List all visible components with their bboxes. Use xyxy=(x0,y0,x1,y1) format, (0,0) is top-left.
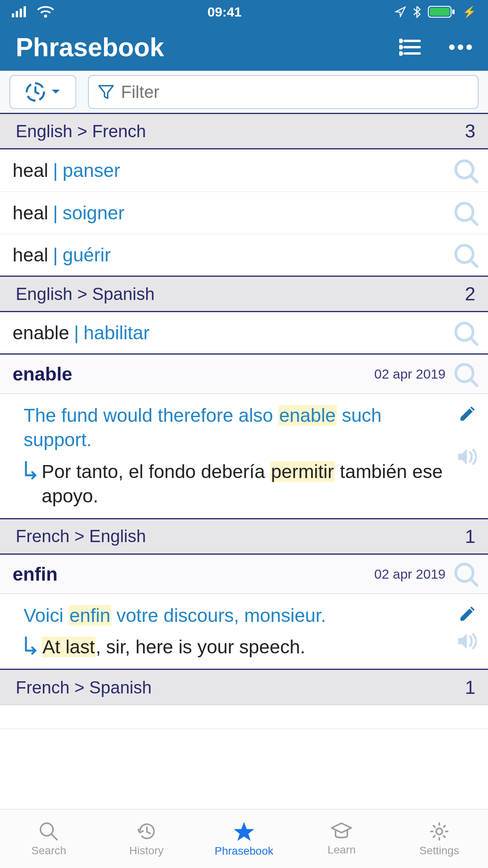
entry-source: enable xyxy=(13,322,69,344)
arrow-icon xyxy=(24,461,38,482)
tab-learn[interactable]: Learn xyxy=(293,809,390,868)
arrow-icon xyxy=(24,636,38,657)
svg-point-12 xyxy=(400,46,402,48)
example-block: The fund would therefore also enable suc… xyxy=(0,394,488,519)
expanded-date: 02 apr 2019 xyxy=(374,566,446,582)
tab-label: Settings xyxy=(419,844,459,857)
search-icon xyxy=(38,821,59,842)
search-icon[interactable] xyxy=(453,158,479,184)
bluetooth-icon xyxy=(413,6,421,18)
tab-phrasebook[interactable]: Phrasebook xyxy=(195,809,293,868)
sort-button[interactable] xyxy=(9,75,76,109)
svg-line-31 xyxy=(51,834,57,840)
svg-rect-7 xyxy=(452,9,455,14)
entry-row[interactable]: heal | soigner xyxy=(0,192,488,234)
filter-bar xyxy=(0,71,488,114)
svg-rect-3 xyxy=(24,6,26,17)
status-left xyxy=(12,6,54,18)
filter-input[interactable] xyxy=(121,82,468,102)
filter-input-wrap[interactable] xyxy=(88,75,479,109)
page-title: Phrasebook xyxy=(16,32,399,62)
svg-line-19 xyxy=(471,176,477,182)
entry-target: soigner xyxy=(62,202,124,224)
entry-target: guérir xyxy=(62,244,111,266)
entry-row[interactable]: enable | habilitar xyxy=(0,312,488,355)
example-target: At last, sir, here is your speech. xyxy=(42,635,305,659)
svg-point-4 xyxy=(44,15,47,18)
example-source: The fund would therefore also enable suc… xyxy=(24,403,447,452)
section-title: English > French xyxy=(16,121,146,141)
svg-line-39 xyxy=(443,825,446,828)
expanded-date: 02 apr 2019 xyxy=(374,366,446,382)
entry-target: panser xyxy=(62,160,120,181)
svg-line-38 xyxy=(443,835,446,838)
speaker-icon[interactable] xyxy=(457,632,479,651)
edit-icon[interactable] xyxy=(457,403,478,424)
section-header[interactable]: English > French 3 xyxy=(0,114,488,149)
section-count: 3 xyxy=(465,120,475,142)
search-icon[interactable] xyxy=(453,361,479,387)
entry-separator: | xyxy=(53,202,58,224)
star-icon xyxy=(233,820,255,842)
search-icon[interactable] xyxy=(453,200,479,226)
example-block: Voici enfin votre discours, monsieur. At… xyxy=(0,594,488,670)
chevron-down-icon xyxy=(51,89,61,95)
search-icon[interactable] xyxy=(453,561,479,587)
svg-line-37 xyxy=(433,825,435,828)
expanded-entry-header[interactable]: enfin 02 apr 2019 xyxy=(0,555,488,594)
entry-row[interactable]: heal | panser xyxy=(0,149,488,192)
svg-point-11 xyxy=(400,40,402,42)
entry-row[interactable]: heal | guérir xyxy=(0,234,488,277)
section-header[interactable]: French > Spanish 1 xyxy=(0,670,488,705)
learn-icon xyxy=(330,822,353,841)
tab-label: Search xyxy=(31,844,66,857)
section-title: French > English xyxy=(16,526,146,546)
list-view-icon[interactable] xyxy=(399,39,421,56)
section-title: English > Spanish xyxy=(16,284,154,304)
expanded-word: enfin xyxy=(13,563,374,585)
filter-icon xyxy=(98,84,114,100)
tab-label: Phrasebook xyxy=(215,845,273,857)
wifi-icon xyxy=(37,6,54,18)
section-count: 1 xyxy=(465,677,475,698)
tab-label: History xyxy=(129,844,163,857)
entry-source: heal xyxy=(13,202,48,224)
section-title: French > Spanish xyxy=(16,678,152,697)
section-header[interactable]: English > Spanish 2 xyxy=(0,277,488,312)
nav-bar: Phrasebook xyxy=(0,24,488,71)
charging-icon: ⚡ xyxy=(462,6,476,18)
tab-bar: Search History Phrasebook Learn Settings xyxy=(0,809,488,868)
status-bar: 09:41 ⚡ xyxy=(0,0,488,24)
svg-point-16 xyxy=(466,44,472,50)
tab-settings[interactable]: Settings xyxy=(391,809,488,868)
search-icon[interactable] xyxy=(453,242,479,268)
svg-rect-1 xyxy=(16,11,18,17)
section-header[interactable]: French > English 1 xyxy=(0,519,488,555)
status-right: ⚡ xyxy=(395,6,476,18)
tab-history[interactable]: History xyxy=(97,809,195,868)
svg-point-14 xyxy=(449,44,455,50)
svg-line-40 xyxy=(433,835,435,838)
edit-icon[interactable] xyxy=(457,603,478,624)
svg-point-15 xyxy=(458,44,463,50)
history-icon xyxy=(136,821,157,842)
tab-search[interactable]: Search xyxy=(0,809,97,868)
expanded-word: enable xyxy=(13,363,374,385)
svg-line-29 xyxy=(471,579,477,585)
entry-separator: | xyxy=(74,322,79,344)
speaker-icon[interactable] xyxy=(457,447,479,466)
svg-rect-2 xyxy=(20,9,22,17)
entry-separator: | xyxy=(53,244,58,266)
more-icon[interactable] xyxy=(449,44,472,50)
status-time: 09:41 xyxy=(207,4,242,20)
signal-icon xyxy=(12,6,30,17)
svg-point-32 xyxy=(436,828,442,835)
gear-icon xyxy=(429,821,450,842)
svg-line-21 xyxy=(471,218,477,224)
example-source: Voici enfin votre discours, monsieur. xyxy=(24,603,447,628)
search-icon[interactable] xyxy=(453,320,479,346)
section-count: 1 xyxy=(465,526,475,547)
svg-rect-0 xyxy=(12,13,14,17)
clock-icon xyxy=(25,82,46,102)
expanded-entry-header[interactable]: enable 02 apr 2019 xyxy=(0,355,488,394)
